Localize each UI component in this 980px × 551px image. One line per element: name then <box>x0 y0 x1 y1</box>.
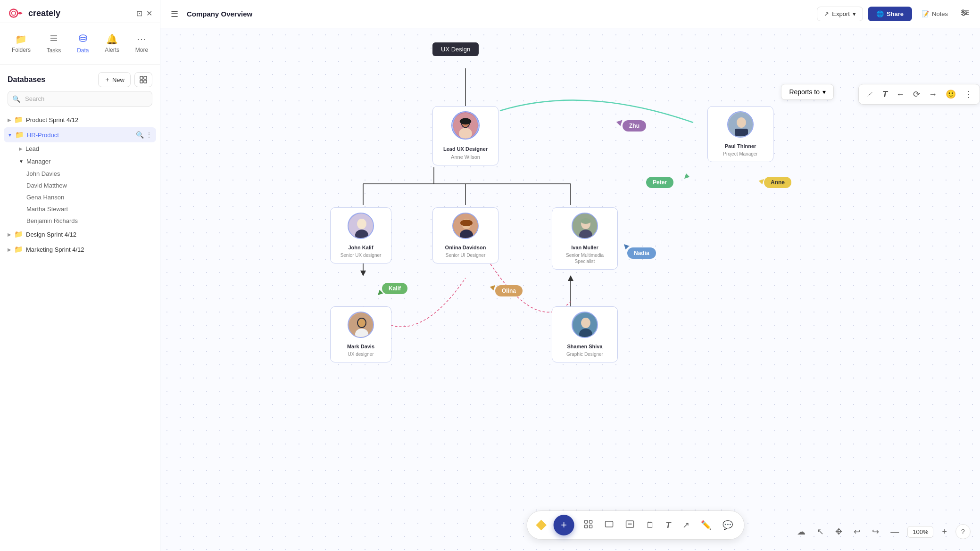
reports-to-chevron: ▾ <box>822 88 826 96</box>
svg-rect-6 <box>140 76 143 79</box>
menu-button[interactable]: ☰ <box>168 6 181 22</box>
grid-button[interactable] <box>134 72 152 87</box>
nav-tasks[interactable]: Tasks <box>41 31 67 57</box>
diamond-decoration <box>537 520 546 530</box>
zoom-plus[interactable]: + <box>939 524 950 540</box>
person-card-ivan-muller[interactable]: Ivan Muller Senior Multimedia Specialist <box>552 207 618 270</box>
undo-button[interactable]: ↩ <box>851 524 864 540</box>
ux-design-box: UX Design <box>432 42 479 56</box>
nav-alerts[interactable]: 🔔 Alerts <box>99 31 125 57</box>
search-icon-action[interactable]: 🔍 <box>136 131 144 139</box>
person-card-john-kalif[interactable]: John Kalif Senior UX designer <box>330 207 391 263</box>
add-button[interactable]: + <box>554 515 574 535</box>
redo-button[interactable]: ↪ <box>869 524 882 540</box>
person-role: UX designer <box>348 351 374 357</box>
bottom-toolbar: + 🗒 T ↗ ✏️ 💬 <box>527 510 745 540</box>
settings-button[interactable] <box>957 5 972 23</box>
topbar-right: ↗ Export ▾ 🌐 Share 📝 Notes <box>817 5 972 23</box>
peter-arrow: ▶ <box>682 173 691 181</box>
comment-tool[interactable]: 💬 <box>721 518 735 532</box>
alerts-icon: 🔔 <box>106 33 118 45</box>
arrow-icon: ▼ <box>8 132 12 138</box>
move-button[interactable]: ✥ <box>832 524 845 540</box>
svg-point-15 <box>963 14 964 16</box>
tree-item-hr-product[interactable]: ▼ 📁 HR-Product 🔍 ⋮ <box>4 127 156 142</box>
tree-item-marketing-sprint[interactable]: ▶ 📁 Marketing Sprint 4/12 <box>4 242 156 257</box>
maximize-button[interactable]: ⊡ <box>136 9 142 18</box>
export-button[interactable]: ↗ Export ▾ <box>817 7 863 21</box>
svg-rect-52 <box>585 525 588 528</box>
globe-icon: 🌐 <box>876 10 884 17</box>
nav-more[interactable]: ⋯ More <box>130 31 154 57</box>
person-card-paul-thinner[interactable]: Paul Thinner Project Manager <box>707 106 773 162</box>
list-tool[interactable] <box>623 518 637 533</box>
notes-button[interactable]: 📝 Notes <box>917 8 953 20</box>
deep-item-gena-hanson[interactable]: Gena Hanson <box>23 191 156 203</box>
deep-item-benjamin-richards[interactable]: Benjamin Richards <box>23 215 156 227</box>
person-card-shamen-shiva[interactable]: Shamen Shiva Graphic Designer <box>552 306 618 362</box>
deep-item-martha-stewart[interactable]: Martha Stewart <box>23 203 156 215</box>
person-name: Onlina Davidson <box>445 245 486 250</box>
person-card-mark-davis[interactable]: Mark Davis UX designer <box>330 306 391 362</box>
tasks-icon <box>49 33 58 45</box>
svg-point-28 <box>460 118 471 124</box>
cloud-button[interactable]: ☁ <box>794 524 808 540</box>
nav-data[interactable]: Data <box>71 31 94 57</box>
new-button[interactable]: ＋ New <box>98 72 131 87</box>
folder-icon: 📁 <box>14 115 23 124</box>
person-card-anne-wilson[interactable]: Lead UX Designer Anne Wilson <box>432 106 498 165</box>
help-button[interactable]: ? <box>955 524 971 539</box>
arrow-right-tool[interactable]: → <box>927 88 939 101</box>
main-area: ☰ Company Overview ↗ Export ▾ 🌐 Share 📝 … <box>160 0 980 551</box>
canvas-area[interactable]: Reports to ▾ ⟋ T ← ⟳ → 🙂 ⋮ <box>160 28 980 551</box>
arrow-left-tool[interactable]: ← <box>894 88 906 101</box>
svg-rect-7 <box>144 76 147 79</box>
folder-icon: 📁 <box>14 230 23 238</box>
notes-icon: 📝 <box>922 10 929 17</box>
more-vert-tool[interactable]: ⋮ <box>963 87 975 101</box>
diagonal-arrow-tool[interactable]: ⟋ <box>864 88 876 101</box>
person-card-onlina-davidson[interactable]: Onlina Davidson Senior UI Designer <box>432 207 498 263</box>
search-input[interactable] <box>8 91 152 107</box>
sub-item-lead[interactable]: ▶ Lead <box>15 142 156 155</box>
close-button[interactable]: ✕ <box>146 9 152 18</box>
zoom-minus[interactable]: — <box>888 524 902 540</box>
export-chevron-icon: ▾ <box>853 10 856 17</box>
person-role: Graphic Designer <box>566 351 603 357</box>
nav-more-label: More <box>135 47 148 53</box>
data-icon <box>78 33 88 45</box>
nav-folders-label: Folders <box>12 47 31 53</box>
text-tool-bottom[interactable]: T <box>664 518 673 532</box>
nav-tasks-label: Tasks <box>47 47 61 54</box>
emoji-tool[interactable]: 🙂 <box>944 87 958 101</box>
tree-item-product-sprint[interactable]: ▶ 📁 Product Sprint 4/12 <box>4 112 156 127</box>
note-tool[interactable]: 🗒 <box>644 518 656 532</box>
tree-item-design-sprint[interactable]: ▶ 📁 Design Sprint 4/12 <box>4 227 156 242</box>
reports-to-button[interactable]: Reports to ▾ <box>781 84 834 100</box>
manager-subtree: John Davies David Matthew Gena Hanson Ma… <box>15 168 156 227</box>
tree-item-label: HR-Product <box>27 132 133 139</box>
rect-tool[interactable] <box>603 518 616 533</box>
deep-item-john-davies[interactable]: John Davies <box>23 168 156 180</box>
arrow-icon: ▶ <box>19 146 23 151</box>
grid-tool[interactable] <box>582 518 595 533</box>
bubble-peter: Peter <box>646 177 673 188</box>
person-name: Lead UX Designer <box>443 146 488 152</box>
share-button[interactable]: 🌐 Share <box>868 7 912 21</box>
pen-tool[interactable]: ✏️ <box>699 518 713 532</box>
svg-point-5 <box>80 35 86 38</box>
logo[interactable]: creately <box>8 8 60 19</box>
hr-product-subtree: ▶ Lead ▼ Manager John Davies David Matth… <box>4 142 156 227</box>
svg-rect-49 <box>735 129 748 136</box>
nav-folders[interactable]: 📁 Folders <box>6 31 36 57</box>
arrow-icon: ▶ <box>8 232 11 237</box>
cursor-button[interactable]: ↖ <box>814 524 827 540</box>
arrow-tool[interactable]: ↗ <box>681 518 691 532</box>
more-icon-action[interactable]: ⋮ <box>146 131 152 139</box>
export-icon: ↗ <box>824 10 829 17</box>
deep-item-david-matthew[interactable]: David Matthew <box>23 180 156 191</box>
topbar: ☰ Company Overview ↗ Export ▾ 🌐 Share 📝 … <box>160 0 980 28</box>
sub-item-manager[interactable]: ▼ Manager <box>15 155 156 168</box>
refresh-tool[interactable]: ⟳ <box>911 87 922 101</box>
text-tool[interactable]: T <box>880 88 889 101</box>
